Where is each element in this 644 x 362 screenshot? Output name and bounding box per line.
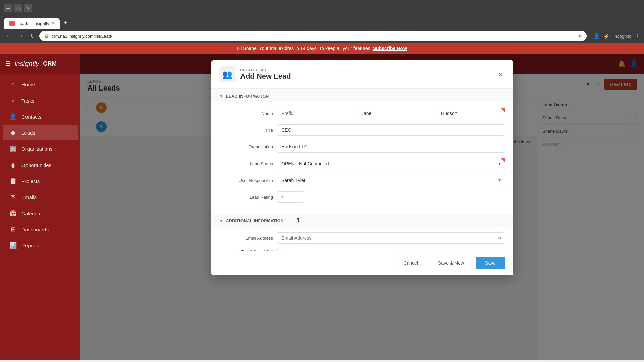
subscribe-link[interactable]: Subscribe Now bbox=[373, 46, 407, 51]
notification-banner: Hi Shane. Your trial expires in 14 days.… bbox=[0, 43, 644, 54]
browser-controls: ─ □ × bbox=[4, 4, 32, 12]
lead-status-wrapper: OPEN - Not Contacted OPEN - Contacted OP… bbox=[277, 158, 505, 169]
url-text: crm.na1.insightly.com/list/Lead/ bbox=[52, 34, 575, 39]
lead-rating-label: Lead Rating bbox=[219, 195, 273, 200]
modal-overlay: 👥 CREATE LEAD Add New Lead × ▼ LEAD INFO… bbox=[80, 54, 644, 360]
address-bar-icons: ★ bbox=[578, 33, 582, 39]
email-input-wrap: ✉ bbox=[277, 232, 505, 244]
bookmark-icon[interactable]: ★ bbox=[578, 33, 582, 39]
sidebar-item-reports[interactable]: 📊 Reports bbox=[3, 238, 78, 253]
hamburger-icon[interactable]: ☰ bbox=[5, 60, 11, 67]
new-tab-btn[interactable]: + bbox=[61, 19, 70, 27]
organizations-icon: 🏢 bbox=[9, 145, 17, 153]
tab-bar: i Leads - Insightly × + bbox=[0, 17, 644, 29]
cancel-button[interactable]: Cancel bbox=[395, 257, 426, 269]
add-lead-modal: 👥 CREATE LEAD Add New Lead × ▼ LEAD INFO… bbox=[211, 60, 513, 275]
maximize-btn[interactable]: □ bbox=[14, 4, 22, 12]
lead-status-required-icon bbox=[500, 158, 505, 163]
minimize-btn[interactable]: ─ bbox=[4, 4, 12, 12]
title-label: Title bbox=[219, 128, 273, 133]
calendar-icon: 📅 bbox=[9, 209, 17, 217]
sidebar-item-emails[interactable]: ✉ Emails bbox=[3, 189, 78, 205]
close-window-btn[interactable]: × bbox=[24, 4, 32, 12]
contacts-icon: 👤 bbox=[9, 113, 17, 120]
refresh-btn[interactable]: ↻ bbox=[28, 32, 37, 41]
organization-label: Organization bbox=[219, 144, 273, 149]
projects-icon: 📋 bbox=[9, 177, 17, 185]
dashboards-icon: ⊞ bbox=[9, 226, 17, 233]
sidebar-header: ☰ insightly CRM bbox=[0, 54, 80, 74]
back-btn[interactable]: ← bbox=[4, 32, 13, 40]
modal-close-btn[interactable]: × bbox=[496, 69, 505, 80]
sidebar-label-dashboards: Dashboards bbox=[21, 227, 49, 232]
active-tab[interactable]: i Leads - Insightly × bbox=[4, 18, 60, 29]
lead-info-section-title: LEAD INFORMATION bbox=[226, 94, 269, 99]
logo-crm: CRM bbox=[43, 60, 57, 67]
browser-chrome: ─ □ × bbox=[0, 0, 644, 17]
sidebar-item-home[interactable]: ⌂ Home bbox=[3, 77, 78, 92]
user-responsible-wrapper: Sarah Tyler ▼ bbox=[277, 175, 505, 186]
sidebar-item-calendar[interactable]: 📅 Calendar bbox=[3, 205, 78, 221]
email-row: Email Address ✉ bbox=[219, 232, 505, 244]
sidebar-label-organizations: Organizations bbox=[21, 146, 53, 152]
modal-title-block: CREATE LEAD Add New Lead bbox=[240, 68, 291, 81]
emails-icon: ✉ bbox=[9, 193, 17, 201]
organization-input[interactable] bbox=[277, 141, 505, 153]
save-button[interactable]: Save bbox=[476, 257, 505, 269]
sidebar-label-reports: Reports bbox=[21, 243, 39, 248]
additional-info-section-title: ADDITIONAL INFORMATION bbox=[226, 219, 284, 223]
lead-status-row: Lead Status OPEN - Not Contacted OPEN - … bbox=[219, 158, 505, 169]
save-new-button[interactable]: Save & New bbox=[430, 257, 472, 269]
sidebar-label-projects: Projects bbox=[21, 178, 40, 184]
tab-close-btn[interactable]: × bbox=[52, 21, 54, 26]
email-input[interactable] bbox=[277, 232, 505, 244]
lead-info-section-header: ▼ LEAD INFORMATION bbox=[211, 89, 513, 102]
sidebar-item-tasks[interactable]: ✓ Tasks bbox=[3, 93, 78, 108]
sidebar: ☰ insightly CRM ⌂ Home ✓ Tasks 👤 Contact… bbox=[0, 54, 80, 360]
modal-title: Add New Lead bbox=[240, 72, 291, 81]
sidebar-item-leads[interactable]: ◆ Leads bbox=[3, 125, 78, 140]
lead-info-form: Name Title bbox=[211, 102, 513, 214]
sidebar-item-contacts[interactable]: 👤 Contacts bbox=[3, 109, 78, 124]
modal-icon: 👥 bbox=[219, 66, 235, 82]
tasks-icon: ✓ bbox=[9, 97, 17, 104]
sidebar-item-projects[interactable]: 📋 Projects bbox=[3, 173, 78, 189]
first-name-input[interactable] bbox=[357, 108, 434, 119]
menu-icon[interactable]: ⋮ bbox=[635, 33, 640, 39]
lead-rating-input[interactable] bbox=[277, 191, 304, 203]
leads-icon: ◆ bbox=[9, 129, 17, 136]
sidebar-label-emails: Emails bbox=[21, 194, 37, 200]
notification-text: Hi Shane. Your trial expires in 14 days.… bbox=[237, 46, 372, 51]
additional-info-section-header: ▼ ADDITIONAL INFORMATION bbox=[211, 214, 513, 227]
lock-icon: 🔒 bbox=[44, 34, 49, 38]
profile-icon[interactable]: 👤 bbox=[593, 33, 600, 39]
extensions-icon[interactable]: ⚡ bbox=[603, 33, 610, 39]
modal-footer: Cancel Save & New Save bbox=[211, 251, 513, 275]
name-label: Name bbox=[219, 111, 273, 116]
email-envelope-icon: ✉ bbox=[498, 235, 502, 241]
browser-right-icons: 👤 ⚡ Incognito ⋮ bbox=[593, 33, 640, 39]
sidebar-label-tasks: Tasks bbox=[21, 98, 34, 104]
prefix-input[interactable] bbox=[277, 108, 354, 119]
sidebar-item-dashboards[interactable]: ⊞ Dashboards bbox=[3, 222, 78, 237]
main-content: ＋ 🔔 👤 LEADS All Leads ▼ ↑ New Lead bbox=[80, 54, 644, 360]
last-name-input[interactable] bbox=[437, 108, 505, 119]
sidebar-label-calendar: Calendar bbox=[21, 210, 42, 216]
app-layout: ☰ insightly CRM ⌂ Home ✓ Tasks 👤 Contact… bbox=[0, 54, 644, 360]
sidebar-item-opportunities[interactable]: ◉ Opportunities bbox=[3, 157, 78, 173]
sidebar-label-opportunities: Opportunities bbox=[21, 162, 51, 168]
sidebar-item-organizations[interactable]: 🏢 Organizations bbox=[3, 141, 78, 157]
user-responsible-select[interactable]: Sarah Tyler bbox=[277, 175, 505, 186]
logo-text: insightly bbox=[15, 60, 39, 68]
address-bar[interactable]: 🔒 crm.na1.insightly.com/list/Lead/ ★ bbox=[39, 31, 587, 41]
name-inputs bbox=[277, 108, 505, 119]
home-icon: ⌂ bbox=[9, 81, 17, 88]
lead-status-select[interactable]: OPEN - Not Contacted OPEN - Contacted OP… bbox=[277, 158, 505, 169]
title-input[interactable] bbox=[277, 124, 505, 136]
lead-rating-row: Lead Rating bbox=[219, 191, 505, 203]
organization-row: Organization bbox=[219, 141, 505, 153]
additional-info-arrow-icon: ▼ bbox=[219, 219, 223, 223]
sidebar-label-contacts: Contacts bbox=[21, 114, 41, 120]
modal-header: 👥 CREATE LEAD Add New Lead × bbox=[211, 60, 513, 89]
forward-btn[interactable]: → bbox=[16, 32, 25, 40]
